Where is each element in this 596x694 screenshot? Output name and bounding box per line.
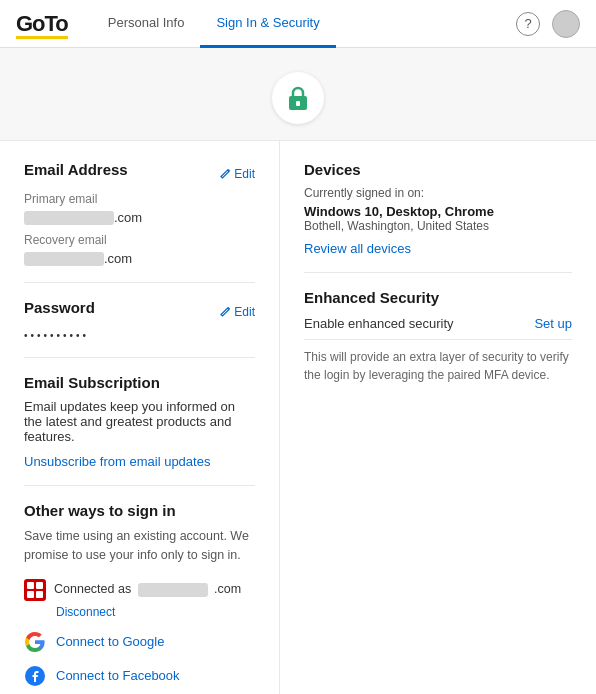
divider-1 (24, 282, 255, 283)
device-name: Windows 10, Desktop, Chrome (304, 204, 572, 219)
recovery-email-suffix: .com (104, 251, 132, 266)
help-icon[interactable]: ? (516, 12, 540, 36)
currently-signed-in-label: Currently signed in on: (304, 186, 572, 200)
connect-facebook-label[interactable]: Connect to Facebook (56, 668, 180, 683)
svg-rect-3 (27, 582, 34, 589)
tab-personal-info[interactable]: Personal Info (92, 1, 201, 48)
left-column: Email Address Edit Primary email .com Re… (0, 141, 280, 694)
nav-tabs: Personal Info Sign In & Security (92, 0, 516, 47)
password-section-title: Password (24, 299, 95, 316)
svg-rect-6 (36, 591, 43, 598)
svg-rect-1 (296, 101, 300, 106)
recovery-email-blurred (24, 252, 104, 266)
logo-underline (16, 36, 68, 39)
enable-enhanced-label: Enable enhanced security (304, 316, 454, 331)
header: GoTo Personal Info Sign In & Security ? (0, 0, 596, 48)
other-ways-title: Other ways to sign in (24, 502, 255, 519)
divider-2 (24, 357, 255, 358)
enhanced-security-row: Enable enhanced security Set up (304, 316, 572, 340)
google-icon (24, 631, 46, 653)
password-dots: •••••••••• (24, 330, 255, 341)
recovery-email-label: Recovery email (24, 233, 255, 247)
unsubscribe-link[interactable]: Unsubscribe from email updates (24, 454, 210, 469)
avatar[interactable] (552, 10, 580, 38)
devices-title: Devices (304, 161, 572, 178)
device-location: Bothell, Washington, United States (304, 219, 572, 233)
connected-provider-icon (24, 579, 46, 601)
connected-provider-row: Connected as .com (24, 579, 255, 601)
facebook-icon (24, 665, 46, 687)
header-icons: ? (516, 10, 580, 38)
enhanced-security-description: This will provide an extra layer of secu… (304, 348, 572, 384)
tab-sign-in-security[interactable]: Sign In & Security (200, 1, 335, 48)
connect-facebook-row: Connect to Facebook (24, 665, 255, 687)
right-divider-1 (304, 272, 572, 273)
subscription-title: Email Subscription (24, 374, 255, 391)
primary-email-label: Primary email (24, 192, 255, 206)
connect-google-label[interactable]: Connect to Google (56, 634, 164, 649)
enhanced-security-title: Enhanced Security (304, 289, 572, 306)
disconnect-link[interactable]: Disconnect (56, 605, 255, 619)
email-address-section: Email Address Edit Primary email .com Re… (24, 161, 255, 266)
email-header-row: Email Address Edit (24, 161, 255, 186)
connected-icon (24, 579, 46, 601)
other-ways-section: Other ways to sign in Save time using an… (24, 502, 255, 694)
email-edit-link[interactable]: Edit (220, 167, 255, 181)
pencil-icon-2 (220, 306, 231, 317)
primary-email-blurred (24, 211, 114, 225)
logo: GoTo (16, 11, 68, 37)
recovery-email-row: .com (24, 251, 255, 266)
connected-email-blurred (138, 583, 208, 597)
connected-as-text: Connected as .com (54, 582, 241, 597)
pencil-icon (220, 168, 231, 179)
primary-email-suffix: .com (114, 210, 142, 225)
connect-google-row: Connect to Google (24, 631, 255, 653)
lock-icon (285, 84, 311, 112)
primary-email-row: .com (24, 210, 255, 225)
right-column: Devices Currently signed in on: Windows … (280, 141, 596, 694)
password-edit-link[interactable]: Edit (220, 305, 255, 319)
main-content: Email Address Edit Primary email .com Re… (0, 141, 596, 694)
email-section-title: Email Address (24, 161, 128, 178)
other-ways-description: Save time using an existing account. We … (24, 527, 255, 565)
page-container: GoTo Personal Info Sign In & Security ? (0, 0, 596, 694)
email-subscription-section: Email Subscription Email updates keep yo… (24, 374, 255, 469)
lock-section (0, 48, 596, 141)
password-section: Password Edit •••••••••• (24, 299, 255, 341)
lock-icon-circle (272, 72, 324, 124)
devices-section: Devices Currently signed in on: Windows … (304, 161, 572, 256)
enhanced-security-section: Enhanced Security Enable enhanced securi… (304, 289, 572, 384)
svg-rect-4 (36, 582, 43, 589)
review-devices-link[interactable]: Review all devices (304, 241, 411, 256)
svg-rect-5 (27, 591, 34, 598)
subscription-description: Email updates keep you informed on the l… (24, 399, 255, 444)
set-up-link[interactable]: Set up (534, 316, 572, 331)
divider-3 (24, 485, 255, 486)
password-header-row: Password Edit (24, 299, 255, 324)
